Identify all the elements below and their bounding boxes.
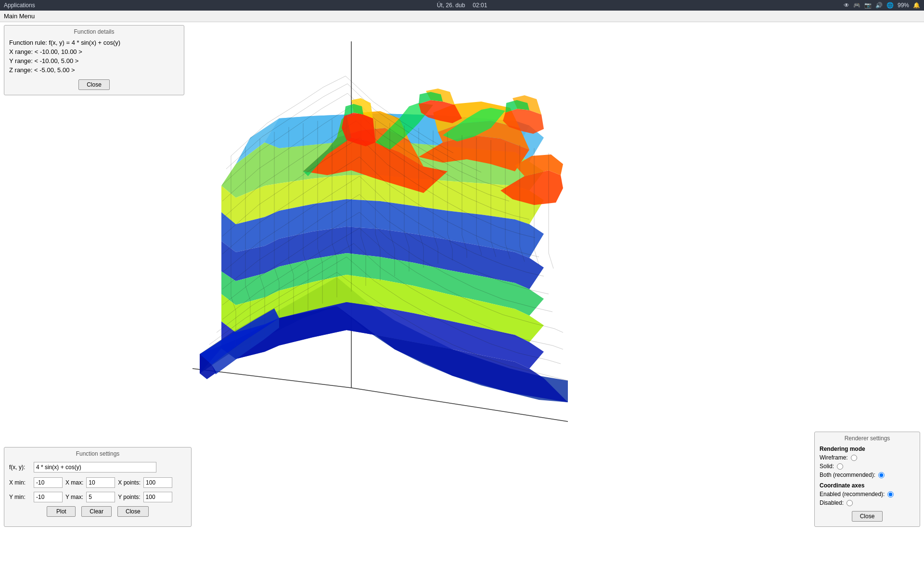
- x-points-label: X points:: [118, 479, 141, 486]
- fxy-label: f(x, y):: [9, 464, 31, 471]
- x-points-input[interactable]: [143, 477, 172, 488]
- z-range-line: Z range: < -5.00, 5.00 >: [9, 66, 179, 74]
- applications-label[interactable]: Applications: [4, 2, 35, 9]
- solid-radio[interactable]: [837, 463, 843, 470]
- renderer-settings-title: Renderer settings: [820, 435, 915, 442]
- function-settings-panel: Function settings f(x, y): X min: X max:…: [4, 447, 192, 527]
- x-range-value: < -10.00, 10.00 >: [35, 48, 82, 55]
- plot-button[interactable]: Plot: [47, 506, 76, 517]
- y-min-label: Y min:: [9, 494, 31, 500]
- x-range-row: X min: X max: X points:: [9, 477, 186, 488]
- y-range-value: < -10.00, 5.00 >: [35, 57, 79, 64]
- x-range-label: X range:: [9, 48, 33, 55]
- x-min-label: X min:: [9, 479, 31, 486]
- function-details-title: Function details: [9, 28, 179, 35]
- solid-label: Solid:: [820, 463, 834, 470]
- axes-disabled-label: Disabled:: [820, 499, 844, 506]
- fxy-input[interactable]: [34, 462, 156, 473]
- y-max-input[interactable]: [86, 492, 115, 502]
- z-range-value: < -5.00, 5.00 >: [34, 66, 75, 74]
- axes-enabled-radio[interactable]: [887, 491, 894, 498]
- function-rule-value: f(x, y) = 4 * sin(x) + cos(y): [49, 39, 120, 46]
- y-range-line: Y range: < -10.00, 5.00 >: [9, 57, 179, 64]
- menubar: Main Menu: [0, 11, 924, 22]
- eye-icon[interactable]: 👁: [844, 2, 849, 9]
- wireframe-radio[interactable]: [851, 455, 857, 461]
- rendering-mode-title: Rendering mode: [820, 446, 915, 452]
- function-settings-title: Function settings: [9, 450, 186, 457]
- topbar-right: 👁 🎮 📷 🔊 🌐 99% 🔔: [844, 2, 920, 9]
- y-points-input[interactable]: [143, 492, 172, 502]
- renderer-settings-panel: Renderer settings Rendering mode Wirefra…: [814, 432, 920, 527]
- both-radio[interactable]: [878, 472, 885, 478]
- y-min-input[interactable]: [34, 492, 63, 502]
- fxy-row: f(x, y):: [9, 462, 186, 473]
- coordinate-axes-title: Coordinate axes: [820, 482, 915, 489]
- axes-disabled-option: Disabled:: [820, 499, 915, 506]
- function-details-panel: Function details Function rule: f(x, y) …: [4, 25, 184, 95]
- axes-enabled-label: Enabled (recommended):: [820, 491, 885, 498]
- y-range-label: Y range:: [9, 57, 33, 64]
- x-min-input[interactable]: [34, 477, 63, 488]
- x-max-input[interactable]: [86, 477, 115, 488]
- topbar-date: Út, 26. dub: [437, 2, 465, 9]
- topbar-time: 02:01: [473, 2, 487, 9]
- topbar-left: Applications: [4, 2, 35, 9]
- function-rule-line: Function rule: f(x, y) = 4 * sin(x) + co…: [9, 39, 179, 46]
- topbar: Applications Út, 26. dub 02:01 👁 🎮 📷 🔊 🌐…: [0, 0, 924, 11]
- screenshot-icon[interactable]: 📷: [864, 2, 872, 9]
- function-details-close-button[interactable]: Close: [78, 79, 110, 90]
- x-max-label: X max:: [65, 479, 83, 486]
- topbar-center: Út, 26. dub 02:01: [437, 2, 488, 9]
- plot-area: Function details Function rule: f(x, y) …: [0, 22, 924, 575]
- x-range-line: X range: < -10.00, 10.00 >: [9, 48, 179, 55]
- axes-enabled-option: Enabled (recommended):: [820, 491, 915, 498]
- y-range-row: Y min: Y max: Y points:: [9, 492, 186, 502]
- y-max-label: Y max:: [65, 494, 83, 500]
- gamepad-icon[interactable]: 🎮: [853, 2, 860, 9]
- battery-label: 99%: [898, 2, 909, 9]
- both-option: Both (recommended):: [820, 472, 915, 478]
- solid-option: Solid:: [820, 463, 915, 470]
- network-icon[interactable]: 🌐: [886, 2, 894, 9]
- renderer-close-button[interactable]: Close: [852, 511, 883, 522]
- axes-disabled-radio[interactable]: [847, 500, 853, 506]
- function-settings-close-button[interactable]: Close: [117, 506, 149, 517]
- both-label: Both (recommended):: [820, 472, 875, 478]
- action-buttons-row: Plot Clear Close: [9, 506, 186, 517]
- z-range-label: Z range:: [9, 66, 32, 74]
- wireframe-option: Wireframe:: [820, 454, 915, 461]
- main-menu-label[interactable]: Main Menu: [4, 13, 35, 20]
- volume-icon[interactable]: 🔊: [875, 2, 883, 9]
- notification-icon[interactable]: 🔔: [913, 2, 920, 9]
- wireframe-label: Wireframe:: [820, 454, 848, 461]
- function-rule-label: Function rule:: [9, 39, 47, 46]
- clear-button[interactable]: Clear: [81, 506, 112, 517]
- y-points-label: Y points:: [118, 494, 140, 500]
